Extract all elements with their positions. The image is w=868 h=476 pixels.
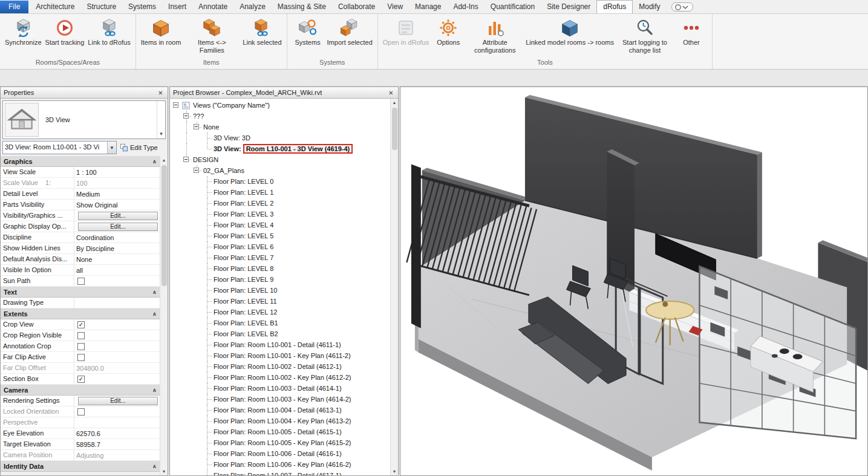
view-combobox[interactable]: 3D View: Room L10-001 - 3D Vi ▼ (2, 141, 117, 154)
checkbox[interactable] (77, 408, 85, 416)
ribbon-tab-quantification[interactable]: Quantification (485, 1, 541, 13)
scrollbar-thumb[interactable] (162, 165, 167, 286)
tree-item-floor-plan-room-l10-001-detail-4611-1[interactable]: Floor Plan: Room L10-001 - Detail (4611-… (171, 339, 390, 350)
ribbon-tab-modify[interactable]: Modify (633, 1, 666, 13)
tree-item-floor-plan-room-l10-001-key-plan-4611-2[interactable]: Floor Plan: Room L10-001 - Key Plan (461… (171, 350, 390, 361)
ribbon-tab-annotate[interactable]: Annotate (192, 1, 233, 13)
scroll-up-icon[interactable]: ▲ (160, 156, 168, 164)
section-header-graphics[interactable]: Graphics∧ (1, 156, 160, 167)
ribbon-button-options[interactable]: Options (431, 16, 466, 48)
edit-type-button[interactable]: Edit Type (119, 141, 166, 154)
type-selector[interactable]: 3D View ▼ (2, 100, 166, 139)
ribbon-button-items-families[interactable]: Items <-> Families (183, 16, 241, 55)
ribbon-button-attribute-configurations[interactable]: Attribute configurations (466, 16, 524, 55)
tree-expander[interactable] (181, 154, 192, 165)
ribbon-button-synchronize[interactable]: Synchronize (3, 16, 44, 48)
ribbon-tab-architecture[interactable]: Architecture (30, 1, 80, 13)
tree-item-design[interactable]: DESIGN (171, 154, 390, 165)
collapse-box-icon[interactable] (173, 102, 178, 108)
combobox-dropdown-icon[interactable]: ▼ (107, 142, 116, 154)
ribbon-tab-view[interactable]: View (381, 1, 409, 13)
tree-item-floor-plan-room-l10-005-key-plan-4615-2[interactable]: Floor Plan: Room L10-005 - Key Plan (461… (171, 437, 390, 448)
tree-item-floor-plan-room-l10-002-detail-4612-1[interactable]: Floor Plan: Room L10-002 - Detail (4612-… (171, 361, 390, 372)
ribbon-tab-systems[interactable]: Systems (122, 1, 162, 13)
property-value[interactable]: By Discipline (74, 243, 160, 253)
edit-button[interactable]: Edit... (78, 212, 158, 220)
tree-item-floor-plan-level-1[interactable]: Floor Plan: LEVEL 1 (171, 187, 390, 198)
tree-item-floor-plan-room-l10-004-key-plan-4613-2[interactable]: Floor Plan: Room L10-004 - Key Plan (461… (171, 416, 390, 426)
tree-item-floor-plan-level-0[interactable]: Floor Plan: LEVEL 0 (171, 176, 390, 187)
tree-item-floor-plan-level-12[interactable]: Floor Plan: LEVEL 12 (171, 307, 390, 318)
tree-item-floor-plan-room-l10-003-detail-4614-1[interactable]: Floor Plan: Room L10-003 - Detail (4614-… (171, 383, 390, 394)
edit-button[interactable]: Edit... (78, 223, 158, 231)
collapse-chevron-icon[interactable]: ∧ (152, 463, 157, 469)
checkbox[interactable]: ✓ (77, 321, 85, 328)
checkbox[interactable] (77, 343, 85, 350)
collapse-chevron-icon[interactable]: ∧ (152, 158, 157, 165)
section-header-identity-data[interactable]: Identity Data∧ (1, 461, 160, 472)
ribbon-tab-file[interactable]: File (0, 1, 28, 13)
tree-item-floor-plan-level-3[interactable]: Floor Plan: LEVEL 3 (171, 209, 390, 220)
property-value[interactable]: all (74, 265, 160, 275)
scroll-up-icon[interactable]: ▲ (391, 99, 399, 106)
tree-item-floor-plan-level-4[interactable]: Floor Plan: LEVEL 4 (171, 220, 390, 230)
tree-item-floor-plan-room-l10-005-detail-4615-1[interactable]: Floor Plan: Room L10-005 - Detail (4615-… (171, 426, 390, 437)
tree-item-3d-view-3d[interactable]: 3D View: 3D (171, 132, 390, 143)
tree-item-floor-plan-level-10[interactable]: Floor Plan: LEVEL 10 (171, 285, 390, 296)
ribbon-tab-structure[interactable]: Structure (80, 1, 122, 13)
tree-item-floor-plan-level-7[interactable]: Floor Plan: LEVEL 7 (171, 252, 390, 263)
tree-item-views-company-name[interactable]: Views ("Company Name") (171, 100, 390, 111)
tree-item-floor-plan-level-2[interactable]: Floor Plan: LEVEL 2 (171, 198, 390, 209)
scroll-down-icon[interactable]: ▼ (160, 468, 168, 475)
tree-item-floor-plan-level-b1[interactable]: Floor Plan: LEVEL B1 (171, 318, 390, 328)
close-icon[interactable]: × (156, 89, 165, 97)
tree-item-floor-plan-level-6[interactable]: Floor Plan: LEVEL 6 (171, 241, 390, 252)
ribbon-button-import-selected[interactable]: Import selected (325, 16, 374, 48)
tree-item-none[interactable]: None (171, 122, 390, 132)
ribbon-display-toggle[interactable] (671, 2, 693, 11)
ribbon-tab-collaborate[interactable]: Collaborate (332, 1, 381, 13)
tree-expander[interactable] (171, 100, 181, 111)
tree-item-floor-plan-room-l10-003-key-plan-4614-2[interactable]: Floor Plan: Room L10-003 - Key Plan (461… (171, 394, 390, 405)
property-value[interactable]: Coordination (74, 232, 160, 243)
ribbon-tab-analyze[interactable]: Analyze (233, 1, 272, 13)
property-value[interactable]: 58958.7 (74, 439, 160, 449)
project-browser-header[interactable]: Project Browser - Complex_Model_ARCH_Wik… (170, 87, 398, 99)
tree-item-floor-plan-room-l10-007-detail-4617-1[interactable]: Floor Plan: Room L10-007 - Detail (4617-… (171, 470, 390, 475)
checkbox[interactable]: ✓ (77, 376, 85, 383)
tree-item-floor-plan-room-l10-002-key-plan-4612-2[interactable]: Floor Plan: Room L10-002 - Key Plan (461… (171, 372, 390, 383)
checkbox[interactable] (77, 332, 85, 339)
edit-button[interactable]: Edit... (78, 397, 158, 405)
checkbox[interactable] (77, 354, 85, 361)
tree-item-floor-plan-level-8[interactable]: Floor Plan: LEVEL 8 (171, 263, 390, 274)
section-header-camera[interactable]: Camera∧ (1, 385, 160, 396)
tree-item-3d-view-room-l10-001-3d-view-4619-4[interactable]: 3D View:Room L10-001 - 3D View (4619-4) (171, 143, 390, 154)
ribbon-button-link-to-drofus[interactable]: Link to dRofus (86, 16, 132, 48)
ribbon-button-start-logging-to-change-list[interactable]: Start logging to change list (616, 16, 674, 55)
property-value[interactable]: Adjusting (74, 450, 160, 460)
ribbon-button-linked-model-rooms-rooms[interactable]: Linked model rooms -> rooms (524, 16, 616, 48)
property-value[interactable]: 62570.6 (74, 428, 160, 439)
section-header-extents[interactable]: Extents∧ (1, 308, 160, 319)
tree-item-floor-plan-level-5[interactable]: Floor Plan: LEVEL 5 (171, 230, 390, 241)
collapse-chevron-icon[interactable]: ∧ (152, 387, 157, 393)
property-value[interactable]: None (74, 254, 160, 264)
tree-item-floor-plan-room-l10-006-key-plan-4616-2[interactable]: Floor Plan: Room L10-006 - Key Plan (461… (171, 459, 390, 470)
ribbon-tab-insert[interactable]: Insert (162, 1, 192, 13)
property-value[interactable]: 304800.0 (74, 363, 160, 373)
ribbon-tab-manage[interactable]: Manage (409, 1, 447, 13)
collapse-box-icon[interactable] (183, 157, 189, 162)
tree-item-floor-plan-level-9[interactable]: Floor Plan: LEVEL 9 (171, 274, 390, 285)
tree-item-floor-plan-level-b2[interactable]: Floor Plan: LEVEL B2 (171, 328, 390, 339)
browser-scrollbar[interactable]: ▲ ▼ (390, 99, 398, 475)
collapse-box-icon[interactable] (194, 168, 199, 173)
tree-item-floor-plan-room-l10-004-detail-4613-1[interactable]: Floor Plan: Room L10-004 - Detail (4613-… (171, 405, 390, 416)
section-header-text[interactable]: Text∧ (1, 287, 160, 298)
property-value[interactable]: 1 : 100 (74, 167, 160, 177)
tree-expander[interactable] (181, 111, 192, 122)
property-value[interactable]: Medium (74, 189, 160, 199)
collapse-chevron-icon[interactable]: ∧ (152, 311, 157, 317)
close-icon[interactable]: × (387, 89, 395, 97)
property-value[interactable] (74, 298, 160, 308)
collapse-box-icon[interactable] (183, 113, 189, 119)
